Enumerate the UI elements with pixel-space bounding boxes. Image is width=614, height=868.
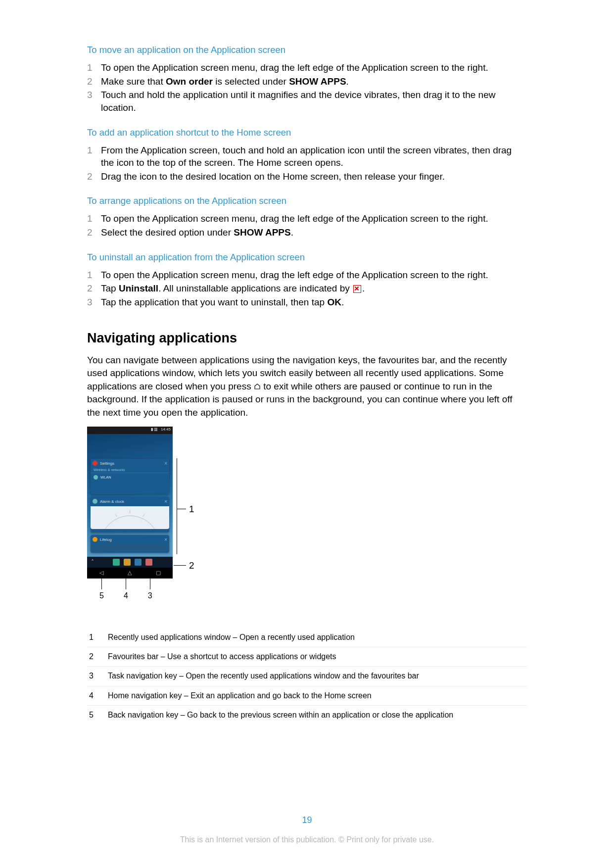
step: 2 Select the desired option under SHOW A… xyxy=(87,226,527,239)
section-title: To move an application on the Applicatio… xyxy=(87,45,527,55)
favourites-bar: ˄ xyxy=(87,557,173,568)
fav-app-icon xyxy=(135,559,142,566)
step-text: Drag the icon to the desired location on… xyxy=(101,170,527,183)
lifelog-card-icon xyxy=(93,537,97,542)
intro-paragraph: You can navigate between applications us… xyxy=(87,354,527,420)
step: 2 Drag the icon to the desired location … xyxy=(87,170,527,183)
step-number: 1 xyxy=(87,269,101,282)
legend-table: 1 Recently used applications window – Op… xyxy=(87,628,527,725)
step-text: Make sure that Own order is selected und… xyxy=(101,75,527,88)
step: 1 To open the Application screen menu, d… xyxy=(87,212,527,225)
step: 3 Touch and hold the application until i… xyxy=(87,89,527,114)
step: 1 From the Application screen, touch and… xyxy=(87,144,527,169)
step-text: Tap Uninstall. All uninstallable applica… xyxy=(101,282,527,295)
step-number: 2 xyxy=(87,282,101,295)
legend-row: 1 Recently used applications window – Op… xyxy=(87,628,527,647)
legend-row: 5 Back navigation key – Go back to the p… xyxy=(87,706,527,724)
step-number: 3 xyxy=(87,296,101,309)
callout-4: 4 xyxy=(124,591,128,600)
svg-line-1 xyxy=(115,514,117,517)
settings-card-icon xyxy=(93,461,97,466)
step: 1 To open the Application screen menu, d… xyxy=(87,269,527,282)
close-icon: × xyxy=(164,499,167,504)
step-text: To open the Application screen menu, dra… xyxy=(101,269,527,282)
recent-card-settings: Settings × Wireless & networks WLAN xyxy=(91,459,169,494)
recent-card-lifelog: Lifelog × xyxy=(91,535,169,553)
steps-list: 1 To open the Application screen menu, d… xyxy=(87,269,527,309)
steps-list: 1 To open the Application screen menu, d… xyxy=(87,61,527,114)
steps-list: 1 To open the Application screen menu, d… xyxy=(87,212,527,239)
task-key-icon: ▢ xyxy=(156,570,161,576)
section-title: To uninstall an application from the App… xyxy=(87,252,527,263)
section-title: To arrange applications on the Applicati… xyxy=(87,195,527,206)
step-text: Touch and hold the application until it … xyxy=(101,89,527,114)
phone-screen: ▮ ▥ 14:45 Settings × Wireless & networks… xyxy=(87,427,173,579)
step-number: 1 xyxy=(87,212,101,225)
step-text: To open the Application screen menu, dra… xyxy=(101,61,527,74)
step: 2 Make sure that Own order is selected u… xyxy=(87,75,527,88)
step-number: 2 xyxy=(87,75,101,88)
fav-app-icon xyxy=(113,559,120,566)
heading-navigating-applications: Navigating applications xyxy=(87,331,527,346)
footer-text: This is an Internet version of this publ… xyxy=(0,835,614,844)
uninstall-x-icon xyxy=(353,285,361,293)
fav-arrow-icon: ˄ xyxy=(91,559,94,566)
step-number: 2 xyxy=(87,170,101,183)
callout-3: 3 xyxy=(148,591,152,600)
phone-illustration: ▮ ▥ 14:45 Settings × Wireless & networks… xyxy=(87,427,527,579)
alarm-clock-face xyxy=(91,506,169,529)
back-key-icon: ◁ xyxy=(99,570,103,576)
step: 3 Tap the application that you want to u… xyxy=(87,296,527,309)
alarm-card-icon xyxy=(93,499,97,504)
step-number: 3 xyxy=(87,89,101,114)
page-number: 19 xyxy=(0,815,614,825)
steps-list: 1 From the Application screen, touch and… xyxy=(87,144,527,183)
step-text: Tap the application that you want to uni… xyxy=(101,296,527,309)
legend-row: 4 Home navigation key – Exit an applicat… xyxy=(87,686,527,706)
status-bar: ▮ ▥ 14:45 xyxy=(87,427,173,434)
callout-2: 2 xyxy=(189,560,194,571)
wlan-icon xyxy=(94,475,98,480)
close-icon: × xyxy=(164,537,167,542)
step: 1 To open the Application screen menu, d… xyxy=(87,61,527,74)
home-key-icon: △ xyxy=(128,570,132,576)
legend-row: 2 Favourites bar – Use a shortcut to acc… xyxy=(87,647,527,667)
callout-5: 5 xyxy=(99,591,104,600)
section-title: To add an application shortcut to the Ho… xyxy=(87,127,527,138)
step-text: Select the desired option under SHOW APP… xyxy=(101,226,527,239)
callout-1: 1 xyxy=(189,504,194,515)
recent-card-alarm: Alarm & clock × xyxy=(91,497,169,532)
legend-row: 3 Task navigation key – Open the recentl… xyxy=(87,667,527,686)
home-outline-icon xyxy=(254,384,261,389)
fav-app-icon xyxy=(145,559,152,566)
step-number: 1 xyxy=(87,144,101,169)
step-number: 2 xyxy=(87,226,101,239)
step: 2 Tap Uninstall. All uninstallable appli… xyxy=(87,282,527,295)
step-number: 1 xyxy=(87,61,101,74)
step-text: To open the Application screen menu, dra… xyxy=(101,212,527,225)
close-icon: × xyxy=(164,461,167,466)
svg-line-2 xyxy=(142,514,144,517)
fav-app-icon xyxy=(124,559,131,566)
navigation-keys: ◁ △ ▢ xyxy=(87,568,173,579)
step-text: From the Application screen, touch and h… xyxy=(101,144,527,169)
